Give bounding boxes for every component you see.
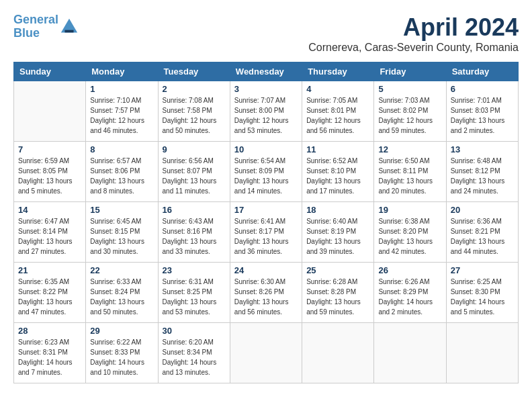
day-info: Sunrise: 6:20 AM Sunset: 8:34 PM Dayligh… (163, 337, 226, 377)
day-info: Sunrise: 6:50 AM Sunset: 8:11 PM Dayligh… (378, 156, 441, 196)
day-cell (446, 323, 518, 383)
day-cell: 17Sunrise: 6:41 AM Sunset: 8:17 PM Dayli… (230, 202, 302, 263)
day-info: Sunrise: 6:30 AM Sunset: 8:26 PM Dayligh… (234, 277, 298, 317)
day-cell: 18Sunrise: 6:40 AM Sunset: 8:19 PM Dayli… (302, 202, 374, 263)
calendar-title: April 2024 (308, 13, 519, 42)
day-cell: 20Sunrise: 6:36 AM Sunset: 8:21 PM Dayli… (446, 202, 518, 263)
logo-line1: General (13, 13, 58, 26)
day-number: 13 (451, 144, 514, 154)
header-cell-friday: Friday (374, 62, 446, 81)
day-cell: 11Sunrise: 6:52 AM Sunset: 8:10 PM Dayli… (302, 142, 374, 202)
day-cell: 28Sunrise: 6:23 AM Sunset: 8:31 PM Dayli… (14, 323, 86, 383)
day-info: Sunrise: 7:05 AM Sunset: 8:01 PM Dayligh… (306, 95, 369, 136)
day-cell (230, 323, 302, 383)
header-cell-monday: Monday (86, 62, 158, 81)
day-number: 24 (234, 265, 298, 275)
day-number: 6 (451, 84, 514, 94)
day-cell: 9Sunrise: 6:56 AM Sunset: 8:07 PM Daylig… (158, 142, 230, 202)
day-info: Sunrise: 6:38 AM Sunset: 8:20 PM Dayligh… (378, 216, 441, 257)
day-info: Sunrise: 6:22 AM Sunset: 8:33 PM Dayligh… (90, 337, 153, 377)
day-info: Sunrise: 6:31 AM Sunset: 8:25 PM Dayligh… (163, 277, 226, 317)
week-row-2: 7Sunrise: 6:59 AM Sunset: 8:05 PM Daylig… (14, 142, 519, 202)
day-cell: 7Sunrise: 6:59 AM Sunset: 8:05 PM Daylig… (14, 142, 86, 202)
day-cell: 22Sunrise: 6:33 AM Sunset: 8:24 PM Dayli… (86, 263, 158, 323)
day-cell: 23Sunrise: 6:31 AM Sunset: 8:25 PM Dayli… (158, 263, 230, 323)
header-cell-thursday: Thursday (302, 62, 374, 81)
day-info: Sunrise: 7:07 AM Sunset: 8:00 PM Dayligh… (234, 95, 298, 136)
day-cell (14, 81, 86, 142)
day-number: 23 (163, 265, 226, 275)
day-cell: 10Sunrise: 6:54 AM Sunset: 8:09 PM Dayli… (230, 142, 302, 202)
day-info: Sunrise: 6:35 AM Sunset: 8:22 PM Dayligh… (18, 277, 81, 317)
header-cell-sunday: Sunday (14, 62, 86, 81)
day-info: Sunrise: 6:47 AM Sunset: 8:14 PM Dayligh… (18, 216, 81, 257)
day-number: 18 (306, 205, 369, 215)
day-info: Sunrise: 6:28 AM Sunset: 8:28 PM Dayligh… (306, 277, 369, 317)
day-number: 28 (18, 326, 81, 336)
day-number: 4 (306, 84, 369, 94)
day-cell: 5Sunrise: 7:03 AM Sunset: 8:02 PM Daylig… (374, 81, 446, 142)
day-number: 16 (163, 205, 226, 215)
day-number: 3 (234, 84, 298, 94)
day-number: 27 (451, 265, 514, 275)
day-number: 15 (90, 205, 153, 215)
day-info: Sunrise: 7:03 AM Sunset: 8:02 PM Dayligh… (378, 95, 441, 136)
day-number: 21 (18, 265, 81, 275)
title-section: April 2024 Cornereva, Caras-Severin Coun… (308, 13, 519, 54)
day-info: Sunrise: 7:08 AM Sunset: 7:58 PM Dayligh… (163, 95, 226, 136)
day-info: Sunrise: 7:01 AM Sunset: 8:03 PM Dayligh… (451, 95, 514, 136)
day-cell: 2Sunrise: 7:08 AM Sunset: 7:58 PM Daylig… (158, 81, 230, 142)
day-cell: 27Sunrise: 6:25 AM Sunset: 8:30 PM Dayli… (446, 263, 518, 323)
day-cell: 1Sunrise: 7:10 AM Sunset: 7:57 PM Daylig… (86, 81, 158, 142)
calendar-table: SundayMondayTuesdayWednesdayThursdayFrid… (13, 62, 519, 383)
day-number: 2 (163, 84, 226, 94)
calendar-header: SundayMondayTuesdayWednesdayThursdayFrid… (14, 62, 519, 81)
day-info: Sunrise: 6:41 AM Sunset: 8:17 PM Dayligh… (234, 216, 298, 257)
week-row-3: 14Sunrise: 6:47 AM Sunset: 8:14 PM Dayli… (14, 202, 519, 263)
day-info: Sunrise: 6:56 AM Sunset: 8:07 PM Dayligh… (163, 156, 226, 196)
day-info: Sunrise: 6:26 AM Sunset: 8:29 PM Dayligh… (378, 277, 441, 317)
day-info: Sunrise: 6:59 AM Sunset: 8:05 PM Dayligh… (18, 156, 81, 196)
day-number: 10 (234, 144, 298, 154)
week-row-4: 21Sunrise: 6:35 AM Sunset: 8:22 PM Dayli… (14, 263, 519, 323)
header-cell-saturday: Saturday (446, 62, 518, 81)
week-row-1: 1Sunrise: 7:10 AM Sunset: 7:57 PM Daylig… (14, 81, 519, 142)
day-info: Sunrise: 6:57 AM Sunset: 8:06 PM Dayligh… (90, 156, 153, 196)
day-cell: 21Sunrise: 6:35 AM Sunset: 8:22 PM Dayli… (14, 263, 86, 323)
day-number: 14 (18, 205, 81, 215)
day-cell: 15Sunrise: 6:45 AM Sunset: 8:15 PM Dayli… (86, 202, 158, 263)
day-number: 8 (90, 144, 153, 154)
day-number: 1 (90, 84, 153, 94)
day-info: Sunrise: 6:40 AM Sunset: 8:19 PM Dayligh… (306, 216, 369, 257)
day-info: Sunrise: 6:23 AM Sunset: 8:31 PM Dayligh… (18, 337, 81, 377)
day-cell: 8Sunrise: 6:57 AM Sunset: 8:06 PM Daylig… (86, 142, 158, 202)
day-info: Sunrise: 6:25 AM Sunset: 8:30 PM Dayligh… (451, 277, 514, 317)
day-info: Sunrise: 6:52 AM Sunset: 8:10 PM Dayligh… (306, 156, 369, 196)
logo-icon (60, 17, 79, 36)
header-row: SundayMondayTuesdayWednesdayThursdayFrid… (14, 62, 519, 81)
day-info: Sunrise: 6:45 AM Sunset: 8:15 PM Dayligh… (90, 216, 153, 257)
day-number: 22 (90, 265, 153, 275)
day-number: 5 (378, 84, 441, 94)
day-info: Sunrise: 6:33 AM Sunset: 8:24 PM Dayligh… (90, 277, 153, 317)
day-cell: 3Sunrise: 7:07 AM Sunset: 8:00 PM Daylig… (230, 81, 302, 142)
day-number: 7 (18, 144, 81, 154)
day-info: Sunrise: 6:43 AM Sunset: 8:16 PM Dayligh… (163, 216, 226, 257)
day-number: 12 (378, 144, 441, 154)
logo-line2: Blue (13, 26, 40, 40)
day-cell: 14Sunrise: 6:47 AM Sunset: 8:14 PM Dayli… (14, 202, 86, 263)
day-cell: 19Sunrise: 6:38 AM Sunset: 8:20 PM Dayli… (374, 202, 446, 263)
day-cell (374, 323, 446, 383)
header-cell-wednesday: Wednesday (230, 62, 302, 81)
day-cell: 4Sunrise: 7:05 AM Sunset: 8:01 PM Daylig… (302, 81, 374, 142)
day-number: 26 (378, 265, 441, 275)
week-row-5: 28Sunrise: 6:23 AM Sunset: 8:31 PM Dayli… (14, 323, 519, 383)
calendar-subtitle: Cornereva, Caras-Severin County, Romania (308, 42, 519, 54)
day-number: 30 (163, 326, 226, 336)
day-cell: 25Sunrise: 6:28 AM Sunset: 8:28 PM Dayli… (302, 263, 374, 323)
day-info: Sunrise: 6:54 AM Sunset: 8:09 PM Dayligh… (234, 156, 298, 196)
day-cell: 12Sunrise: 6:50 AM Sunset: 8:11 PM Dayli… (374, 142, 446, 202)
header-cell-tuesday: Tuesday (158, 62, 230, 81)
day-cell: 30Sunrise: 6:20 AM Sunset: 8:34 PM Dayli… (158, 323, 230, 383)
day-cell (302, 323, 374, 383)
